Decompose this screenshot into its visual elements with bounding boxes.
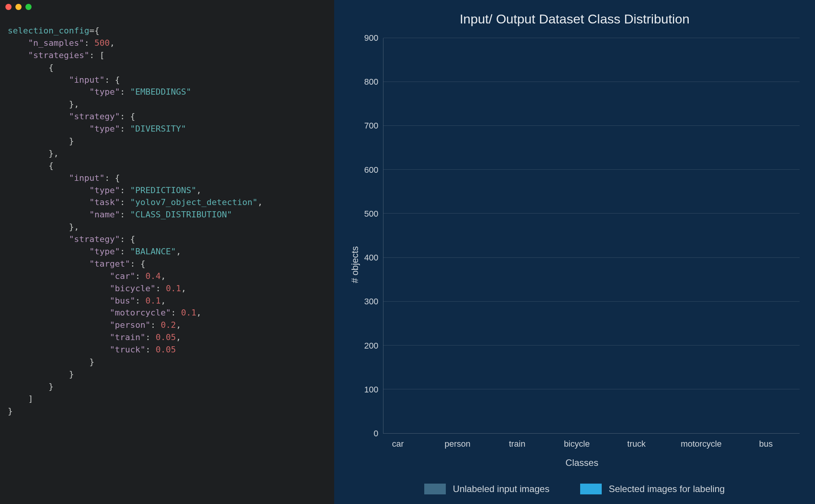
x-tick: car (382, 439, 413, 449)
close-icon[interactable] (5, 4, 12, 10)
bars-area (383, 38, 800, 434)
chart-title: Input/ Output Dataset Class Distribution (350, 12, 800, 27)
plot-area: # objects 0100200300400500600700800900 c… (350, 38, 800, 468)
x-tick: bus (750, 439, 781, 449)
code-editor-panel: selection_config={ "n_samples": 500, "st… (0, 0, 334, 504)
code-block: selection_config={ "n_samples": 500, "st… (0, 14, 334, 428)
code-variable: selection_config (8, 26, 89, 35)
x-tick: train (502, 439, 532, 449)
gridline (383, 389, 800, 389)
bars (383, 38, 800, 433)
gridline (383, 125, 800, 126)
x-tick: person (442, 439, 473, 449)
window-titlebar (0, 0, 334, 14)
y-axis-ticks: 0100200300400500600700800900 (364, 38, 383, 434)
legend-label: Unlabeled input images (453, 484, 549, 494)
x-tick: bicycle (561, 439, 592, 449)
x-tick: motorcycle (681, 439, 721, 449)
gridline (383, 257, 800, 258)
maximize-icon[interactable] (25, 4, 32, 10)
x-tick: truck (621, 439, 652, 449)
y-axis-label: # objects (350, 38, 360, 468)
gridline (383, 345, 800, 345)
gridline (383, 301, 800, 302)
x-axis-ticks: carpersontrainbicycletruckmotorcyclebus (364, 434, 800, 449)
legend-swatch-icon (580, 484, 602, 494)
chart-panel: Input/ Output Dataset Class Distribution… (334, 0, 815, 504)
gridline (383, 169, 800, 170)
minimize-icon[interactable] (15, 4, 22, 10)
legend-item-selected: Selected images for labeling (580, 484, 725, 494)
gridline (383, 38, 800, 38)
legend-label: Selected images for labeling (609, 484, 725, 494)
legend-item-unlabeled: Unlabeled input images (424, 484, 549, 494)
legend-swatch-icon (424, 484, 446, 494)
gridline (383, 82, 800, 82)
x-axis-label: Classes (364, 457, 800, 468)
gridline (383, 213, 800, 214)
legend: Unlabeled input images Selected images f… (350, 484, 800, 494)
